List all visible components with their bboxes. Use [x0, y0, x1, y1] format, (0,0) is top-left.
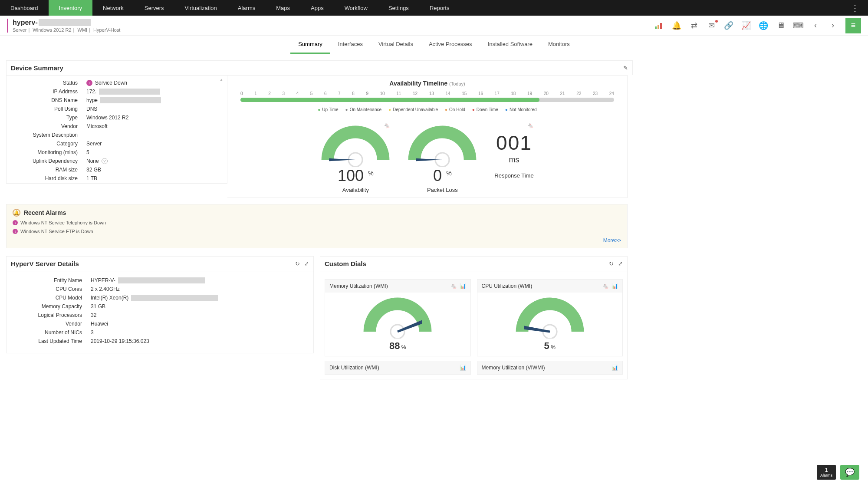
type-label: Type: [13, 115, 86, 121]
expand-icon[interactable]: ⤢: [304, 260, 309, 267]
bell-icon[interactable]: 🔔: [672, 21, 681, 30]
nav-inventory[interactable]: Inventory: [49, 0, 92, 16]
mem-label: Memory Capacity: [13, 303, 91, 309]
status-value: Service Down: [95, 80, 127, 86]
mail-icon[interactable]: ✉: [707, 21, 716, 30]
legend-dep: Dependent Unavailable: [388, 107, 438, 112]
rat-icon[interactable]: 🐁: [384, 122, 390, 128]
edit-icon[interactable]: ✎: [623, 65, 628, 71]
uplink-value: None: [86, 158, 99, 164]
dials-title: Custom Dials: [325, 260, 366, 267]
dns-masked: [100, 97, 161, 103]
response-label: Response Time: [494, 172, 533, 179]
nav-workflow[interactable]: Workflow: [334, 0, 378, 16]
nav-maps[interactable]: Maps: [266, 0, 300, 16]
prev-icon[interactable]: ‹: [811, 21, 820, 30]
device-summary-title: Device Summary: [11, 64, 63, 72]
tab-processes[interactable]: Active Processes: [421, 36, 480, 54]
bar-icon[interactable]: 📊: [612, 283, 618, 289]
response-gauge: 🐁 001 ms Response Time: [494, 125, 533, 193]
dial-title: Memory Utilization (WMI): [329, 283, 388, 289]
nav-reports[interactable]: Reports: [419, 0, 460, 16]
help-icon[interactable]: ?: [102, 158, 108, 164]
alarms-title: Recent Alarms: [24, 209, 66, 216]
ip-value: 172.: [86, 89, 96, 95]
expand-icon[interactable]: ⤢: [618, 260, 623, 267]
bar-icon[interactable]: 📊: [460, 365, 466, 371]
dials-body: Memory Utilization (WMI)🐁📊 88 % CPU Util…: [320, 271, 628, 379]
content-area: Device Summary ✎ ▲ Status↓Service Down I…: [0, 54, 634, 385]
packet-gauge: 0 % Packet Loss: [408, 125, 477, 193]
cores-value: 2 x 2.40GHz: [91, 286, 120, 292]
alarm-down-icon: ↓: [13, 220, 18, 225]
scroll-up-icon[interactable]: ▲: [219, 77, 224, 82]
entity-label: Entity Name: [13, 277, 91, 283]
host-role: Server: [13, 27, 26, 33]
timeline-bar: [240, 98, 614, 102]
details-row: HyperV Server Details ↻⤢ Entity NameHYPE…: [6, 256, 628, 379]
monitor-remove-icon[interactable]: 🖥: [776, 21, 786, 30]
mem-value: 31 GB: [91, 303, 105, 309]
poll-label: Poll Using: [13, 106, 86, 112]
summary-row: ▲ Status↓Service Down IP Address172. DNS…: [6, 75, 628, 198]
host-subtitle: Server| Windows 2012 R2| WMI| HyperV-Hos…: [13, 27, 120, 33]
rat-icon-2[interactable]: 🐁: [527, 122, 534, 128]
alarms-header: 🔔 Recent Alarms: [13, 209, 621, 217]
entity-masked: [118, 277, 205, 283]
dial-card: Disk Utilization (WMI)📊: [325, 361, 471, 375]
tab-interfaces[interactable]: Interfaces: [330, 36, 371, 54]
lp-label: Logical Processors: [13, 312, 91, 318]
top-nav: Dashboard Inventory Network Servers Virt…: [0, 0, 868, 16]
packet-label: Packet Loss: [408, 187, 477, 193]
globe-icon[interactable]: 🌐: [759, 21, 768, 30]
nav-apps[interactable]: Apps: [300, 0, 334, 16]
tab-summary[interactable]: Summary: [290, 36, 330, 54]
bar-icon[interactable]: 📊: [460, 283, 466, 289]
ram-label: RAM size: [13, 167, 86, 173]
refresh-icon[interactable]: ↻: [295, 260, 300, 267]
kebab-menu-icon[interactable]: ⋮: [842, 3, 868, 13]
chart-icon[interactable]: [654, 21, 664, 30]
sub-header: hyperv- Server| Windows 2012 R2| WMI| Hy…: [0, 16, 868, 36]
nav-network[interactable]: Network: [92, 0, 134, 16]
link-icon[interactable]: 🔗: [724, 21, 733, 30]
alarm-item[interactable]: ↓Windows NT Service FTP is Down: [13, 229, 621, 234]
ip-label: IP Address: [13, 89, 86, 95]
rat-icon[interactable]: 🐁: [602, 283, 609, 289]
trend-icon[interactable]: 📈: [741, 21, 751, 30]
recent-alarms-panel: 🔔 Recent Alarms ↓Windows NT Service Tele…: [6, 204, 628, 248]
hd-label: Hard disk size: [13, 175, 86, 181]
type-value: Windows 2012 R2: [86, 115, 128, 121]
rat-icon[interactable]: 🐁: [450, 283, 457, 289]
device-summary-list: ▲ Status↓Service Down IP Address172. DNS…: [6, 75, 227, 184]
alarm-item[interactable]: ↓Windows NT Service Telephony is Down: [13, 220, 621, 225]
sysdesc-label: System Description: [13, 132, 86, 138]
detail-tabs: Summary Interfaces Virtual Details Activ…: [0, 36, 868, 54]
device-summary-panel: ▲ Status↓Service Down IP Address172. DNS…: [6, 75, 227, 198]
nav-settings[interactable]: Settings: [378, 0, 419, 16]
status-label: Status: [13, 80, 86, 86]
alarm-bell-icon: 🔔: [13, 209, 20, 217]
bar-icon[interactable]: 📊: [612, 365, 618, 371]
legend-down: Down Time: [472, 107, 498, 112]
nav-servers[interactable]: Servers: [134, 0, 174, 16]
host-info: hyperv- Server| Windows 2012 R2| WMI| Hy…: [7, 19, 120, 33]
hamburger-icon[interactable]: ≡: [845, 18, 861, 33]
host-title-masked: [39, 19, 91, 26]
tab-virtual[interactable]: Virtual Details: [371, 36, 421, 54]
next-icon[interactable]: ›: [828, 21, 838, 30]
nav-dashboard[interactable]: Dashboard: [0, 0, 49, 16]
dial-card: CPU Utilization (WMI)🐁📊 5 %: [477, 279, 623, 356]
dns-value: hype: [86, 97, 98, 103]
nav-alarms[interactable]: Alarms: [227, 0, 266, 16]
tab-monitors[interactable]: Monitors: [540, 36, 578, 54]
nav-virtualization[interactable]: Virtualization: [174, 0, 227, 16]
model-masked: [131, 295, 218, 301]
legend-up: Up Time: [318, 107, 338, 112]
network-test-icon[interactable]: ⇄: [689, 21, 699, 30]
tab-software[interactable]: Installed Software: [480, 36, 540, 54]
timeline-legend: Up Time On Maintenance Dependent Unavail…: [240, 107, 614, 112]
terminal-icon[interactable]: ⌨: [793, 21, 803, 30]
refresh-icon[interactable]: ↻: [609, 260, 614, 267]
alarms-more-link[interactable]: More>>: [13, 237, 621, 244]
